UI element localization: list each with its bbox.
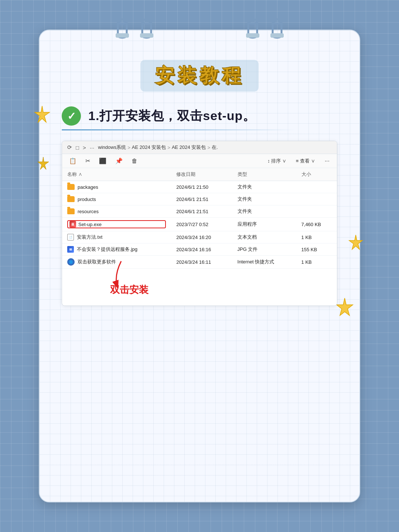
rings-decoration bbox=[40, 16, 359, 40]
table-header-row: 名称 ∧ 修改日期 类型 大小 bbox=[62, 168, 337, 181]
file-date: 2024/6/1 21:51 bbox=[171, 205, 232, 218]
step1-title: 1.打开安装包，双击set-up。 bbox=[88, 108, 256, 125]
file-name-cell: products bbox=[62, 193, 171, 205]
link-icon: 🌐 bbox=[67, 258, 75, 266]
file-name-cell: packages bbox=[62, 181, 171, 193]
ring-4 bbox=[268, 16, 286, 40]
breadcrumb: windows系统 > AE 2024 安装包 > AE 2024 安装包 > … bbox=[98, 144, 218, 151]
ring-1 bbox=[113, 16, 131, 40]
file-name: Set-up.exe bbox=[78, 222, 102, 227]
double-click-label: 双击安装 bbox=[110, 283, 149, 296]
file-date: 2024/3/24 16:20 bbox=[171, 231, 232, 243]
file-type: Internet 快捷方式 bbox=[232, 256, 296, 269]
col-header-name: 名称 ∧ bbox=[62, 168, 171, 181]
breadcrumb-sep-3: > bbox=[207, 145, 210, 150]
new-icon[interactable]: 📋 bbox=[67, 156, 78, 166]
forward-icon[interactable]: > bbox=[83, 144, 86, 151]
paste-icon[interactable]: 📌 bbox=[113, 156, 125, 166]
file-size: 155 KB bbox=[296, 243, 337, 256]
file-size: 1 KB bbox=[296, 256, 337, 269]
file-name: packages bbox=[78, 184, 98, 190]
star-decoration-left-top bbox=[32, 104, 52, 126]
file-name-content: packages bbox=[67, 184, 166, 190]
breadcrumb-sep-2: > bbox=[167, 145, 170, 150]
check-icon bbox=[62, 106, 81, 126]
col-header-date: 修改日期 bbox=[171, 168, 232, 181]
star-decoration-left-bottom bbox=[36, 156, 51, 172]
more-icon[interactable]: ··· bbox=[90, 144, 95, 151]
file-name-content: 🖼不会安装？提供远程服务.jpg bbox=[67, 246, 166, 253]
annotation-area: 双击安装 bbox=[62, 269, 337, 306]
file-name-cell: 🖼不会安装？提供远程服务.jpg bbox=[62, 243, 171, 256]
jpg-icon: 🖼 bbox=[67, 246, 74, 253]
notebook-card: 安装教程 1.打开安装包，双击set-up。 ⟳ □ > ··· windows… bbox=[39, 30, 360, 502]
table-row[interactable]: resources2024/6/1 21:51文件夹 bbox=[62, 205, 337, 218]
file-name-content: 📄安装方法.txt bbox=[67, 234, 166, 241]
breadcrumb-sep-1: > bbox=[127, 145, 130, 150]
rings-right bbox=[244, 16, 286, 40]
explorer-toolbar: 📋 ✂ ⬛ 📌 🗑 ↕ 排序 ∨ ≡ 查看 ∨ ··· bbox=[62, 154, 337, 168]
file-name-cell: resources bbox=[62, 205, 171, 218]
file-type: 文件夹 bbox=[232, 181, 296, 193]
file-date: 2023/7/27 0:52 bbox=[171, 218, 232, 231]
folder-icon bbox=[67, 196, 75, 202]
rings-left bbox=[113, 16, 156, 40]
svg-rect-5 bbox=[140, 33, 153, 38]
file-date: 2024/3/24 16:11 bbox=[171, 256, 232, 269]
file-name-content: resources bbox=[67, 208, 166, 214]
view-button[interactable]: ≡ 查看 ∨ bbox=[294, 157, 317, 166]
table-row[interactable]: packages2024/6/1 21:50文件夹 bbox=[62, 181, 337, 193]
step1-header: 1.打开安装包，双击set-up。 bbox=[62, 106, 337, 126]
title-highlight-bg: 安装教程 bbox=[140, 60, 259, 92]
exe-icon: 题 bbox=[69, 221, 76, 228]
address-bar: ⟳ □ > ··· windows系统 > AE 2024 安装包 > AE 2… bbox=[62, 141, 337, 154]
file-size bbox=[296, 181, 337, 193]
breadcrumb-part-4: 在. bbox=[212, 144, 218, 151]
svg-rect-9 bbox=[270, 33, 284, 38]
cut-icon[interactable]: ✂ bbox=[83, 156, 92, 166]
title-section: 安装教程 bbox=[62, 60, 337, 92]
breadcrumb-part-2: AE 2024 安装包 bbox=[132, 144, 166, 151]
delete-icon[interactable]: 🗑 bbox=[130, 157, 139, 166]
breadcrumb-part-1: windows系统 bbox=[98, 144, 126, 151]
table-row[interactable]: 题Set-up.exe2023/7/27 0:52应用程序7,460 KB bbox=[62, 218, 337, 231]
file-date: 2024/3/24 16:16 bbox=[171, 243, 232, 256]
refresh-icon[interactable]: ⟳ bbox=[67, 144, 72, 151]
col-header-type: 类型 bbox=[232, 168, 296, 181]
file-name: 不会安装？提供远程服务.jpg bbox=[77, 246, 137, 253]
copy-icon[interactable]: ⬛ bbox=[97, 156, 108, 166]
computer-icon[interactable]: □ bbox=[76, 144, 79, 151]
col-header-size: 大小 bbox=[296, 168, 337, 181]
svg-point-4 bbox=[142, 19, 151, 24]
file-name-cell: 题Set-up.exe bbox=[62, 218, 171, 231]
file-size: 7,460 KB bbox=[296, 218, 337, 231]
file-type: 文件夹 bbox=[232, 205, 296, 218]
file-table: 名称 ∧ 修改日期 类型 大小 packages2024/6/1 21:50文件… bbox=[62, 168, 337, 269]
ring-3 bbox=[244, 16, 262, 40]
folder-icon bbox=[67, 184, 75, 190]
page-title: 安装教程 bbox=[155, 65, 244, 86]
toolbar-more-button[interactable]: ··· bbox=[323, 157, 332, 166]
file-name: resources bbox=[78, 209, 99, 214]
svg-point-8 bbox=[273, 19, 282, 24]
file-date: 2024/6/1 21:51 bbox=[171, 193, 232, 205]
table-row[interactable]: 🖼不会安装？提供远程服务.jpg2024/3/24 16:16JPG 文件155… bbox=[62, 243, 337, 256]
svg-point-6 bbox=[248, 19, 257, 24]
file-explorer-window: ⟳ □ > ··· windows系统 > AE 2024 安装包 > AE 2… bbox=[62, 141, 337, 306]
table-row[interactable]: products2024/6/1 21:51文件夹 bbox=[62, 193, 337, 205]
file-size bbox=[296, 193, 337, 205]
svg-rect-3 bbox=[116, 33, 129, 38]
file-type: 文件夹 bbox=[232, 193, 296, 205]
breadcrumb-part-3: AE 2024 安装包 bbox=[172, 144, 206, 151]
file-type: 应用程序 bbox=[232, 218, 296, 231]
table-row[interactable]: 📄安装方法.txt2024/3/24 16:20文本文档1 KB bbox=[62, 231, 337, 243]
file-size bbox=[296, 205, 337, 218]
file-type: JPG 文件 bbox=[232, 243, 296, 256]
file-date: 2024/6/1 21:50 bbox=[171, 181, 232, 193]
txt-icon: 📄 bbox=[67, 234, 74, 241]
sort-button[interactable]: ↕ 排序 ∨ bbox=[265, 157, 289, 166]
star-decoration-right-top bbox=[347, 233, 365, 253]
file-name: products bbox=[78, 197, 96, 202]
ring-2 bbox=[138, 16, 156, 40]
file-name: 安装方法.txt bbox=[77, 234, 102, 241]
